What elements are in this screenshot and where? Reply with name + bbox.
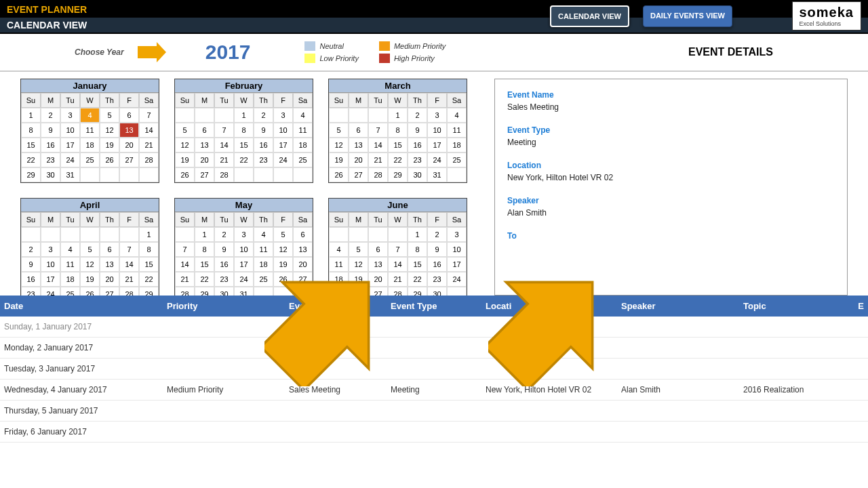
calendar-day[interactable]: 29 xyxy=(21,167,41,182)
calendar-day[interactable]: 1 xyxy=(388,108,408,123)
calendar-day[interactable]: 5 xyxy=(349,242,368,257)
calendar-day[interactable]: 20 xyxy=(100,272,119,287)
table-row[interactable]: Wednesday, 4 January 2017Medium Priority… xyxy=(0,380,868,401)
calendar-day[interactable]: 26 xyxy=(273,272,293,287)
calendar-day[interactable]: 29 xyxy=(388,167,408,182)
calendar-day[interactable]: 18 xyxy=(254,257,273,272)
calendar-day[interactable]: 25 xyxy=(80,152,100,167)
calendar-day[interactable]: 5 xyxy=(80,242,100,257)
calendar-day[interactable]: 4 xyxy=(60,242,80,257)
calendar-day[interactable]: 31 xyxy=(234,287,254,296)
calendar-day[interactable]: 6 xyxy=(368,242,388,257)
calendar-day[interactable]: 10 xyxy=(41,257,60,272)
calendar-day[interactable]: 2 xyxy=(408,108,427,123)
calendar-day[interactable]: 18 xyxy=(329,272,349,287)
calendar-day[interactable]: 3 xyxy=(60,108,80,123)
calendar-day[interactable]: 26 xyxy=(329,167,349,182)
calendar-day[interactable]: 17 xyxy=(60,138,80,152)
calendar-day[interactable]: 24 xyxy=(427,152,447,167)
calendar-day[interactable]: 12 xyxy=(100,123,119,138)
calendar-day[interactable]: 10 xyxy=(273,123,293,138)
calendar-day[interactable]: 3 xyxy=(447,227,467,242)
calendar-day[interactable]: 14 xyxy=(139,123,159,138)
calendar-day[interactable]: 7 xyxy=(139,108,159,123)
calendar-day[interactable]: 21 xyxy=(175,272,195,287)
calendar-day[interactable]: 17 xyxy=(427,138,447,152)
calendar-day[interactable]: 16 xyxy=(427,257,447,272)
calendar-day[interactable]: 8 xyxy=(195,242,214,257)
calendar-day[interactable]: 30 xyxy=(408,167,427,182)
calendar-day[interactable]: 13 xyxy=(195,138,214,152)
calendar-day[interactable]: 11 xyxy=(447,123,467,138)
calendar-day[interactable]: 13 xyxy=(100,257,119,272)
calendar-day[interactable]: 2 xyxy=(254,108,273,123)
calendar-day[interactable]: 5 xyxy=(175,123,195,138)
calendar-day[interactable]: 22 xyxy=(408,272,427,287)
calendar-day[interactable]: 5 xyxy=(100,108,119,123)
calendar-day[interactable]: 27 xyxy=(349,167,368,182)
calendar-day[interactable]: 22 xyxy=(139,272,159,287)
table-row[interactable]: Friday, 6 January 2017 xyxy=(0,422,868,443)
calendar-day[interactable]: 13 xyxy=(368,257,388,272)
calendar-day[interactable]: 3 xyxy=(427,108,447,123)
calendar-day[interactable]: 7 xyxy=(175,242,195,257)
calendar-day[interactable]: 14 xyxy=(214,138,234,152)
calendar-day[interactable]: 26 xyxy=(175,167,195,182)
calendar-day[interactable]: 14 xyxy=(119,257,139,272)
calendar-day[interactable]: 7 xyxy=(368,123,388,138)
calendar-day[interactable]: 6 xyxy=(195,123,214,138)
calendar-day[interactable]: 23 xyxy=(41,152,60,167)
calendar-day[interactable]: 27 xyxy=(195,167,214,182)
calendar-day[interactable]: 24 xyxy=(60,152,80,167)
calendar-day[interactable]: 25 xyxy=(447,152,467,167)
calendar-day[interactable]: 23 xyxy=(254,152,273,167)
calendar-day[interactable]: 22 xyxy=(388,152,408,167)
calendar-day[interactable]: 16 xyxy=(21,272,41,287)
calendar-day[interactable]: 29 xyxy=(408,287,427,296)
calendar-day[interactable]: 21 xyxy=(388,272,408,287)
calendar-day[interactable]: 21 xyxy=(214,152,234,167)
calendar-day[interactable]: 28 xyxy=(368,167,388,182)
calendar-day[interactable]: 24 xyxy=(273,152,293,167)
calendar-day[interactable]: 15 xyxy=(388,138,408,152)
calendar-day[interactable]: 20 xyxy=(293,257,313,272)
calendar-day[interactable]: 2 xyxy=(427,227,447,242)
calendar-day[interactable]: 27 xyxy=(293,272,313,287)
calendar-day[interactable]: 1 xyxy=(234,108,254,123)
calendar-day[interactable]: 11 xyxy=(329,257,349,272)
calendar-day[interactable]: 20 xyxy=(368,272,388,287)
calendar-day[interactable]: 18 xyxy=(60,272,80,287)
calendar-day[interactable]: 8 xyxy=(139,242,159,257)
calendar-day[interactable]: 23 xyxy=(214,272,234,287)
calendar-day[interactable]: 17 xyxy=(234,257,254,272)
calendar-day[interactable]: 13 xyxy=(293,242,313,257)
calendar-day[interactable]: 1 xyxy=(139,227,159,242)
calendar-day[interactable]: 6 xyxy=(293,227,313,242)
calendar-day[interactable]: 8 xyxy=(21,123,41,138)
calendar-day[interactable]: 20 xyxy=(349,152,368,167)
calendar-day[interactable]: 1 xyxy=(195,227,214,242)
calendar-day[interactable]: 3 xyxy=(234,227,254,242)
calendar-day[interactable]: 21 xyxy=(368,152,388,167)
calendar-day[interactable]: 25 xyxy=(293,152,313,167)
calendar-day[interactable]: 16 xyxy=(408,138,427,152)
calendar-day[interactable]: 11 xyxy=(60,257,80,272)
calendar-day[interactable]: 15 xyxy=(195,257,214,272)
calendar-day[interactable]: 18 xyxy=(80,138,100,152)
year-selector[interactable]: 2017 xyxy=(205,41,251,64)
calendar-day[interactable]: 27 xyxy=(100,287,119,296)
calendar-day[interactable]: 27 xyxy=(368,287,388,296)
calendar-day[interactable]: 19 xyxy=(273,257,293,272)
calendar-day[interactable]: 22 xyxy=(195,272,214,287)
calendar-day[interactable]: 30 xyxy=(41,167,60,182)
calendar-day[interactable]: 14 xyxy=(368,138,388,152)
calendar-day[interactable]: 28 xyxy=(388,287,408,296)
calendar-day[interactable]: 15 xyxy=(234,138,254,152)
calendar-day[interactable]: 16 xyxy=(214,257,234,272)
calendar-day[interactable]: 6 xyxy=(119,108,139,123)
calendar-day[interactable]: 11 xyxy=(293,123,313,138)
calendar-day[interactable]: 23 xyxy=(427,272,447,287)
calendar-day[interactable]: 4 xyxy=(254,227,273,242)
calendar-day[interactable]: 6 xyxy=(349,123,368,138)
calendar-view-button[interactable]: CALENDAR VIEW xyxy=(550,5,629,27)
